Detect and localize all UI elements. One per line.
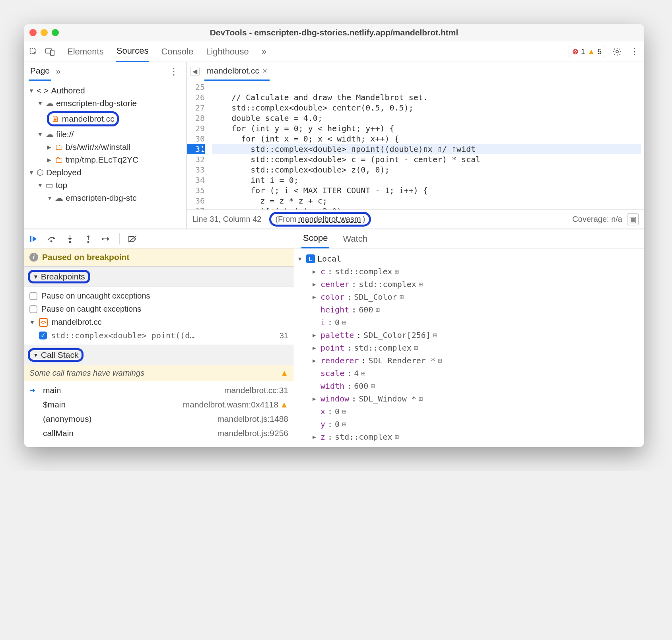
tab-scope[interactable]: Scope [301, 229, 329, 248]
panel-tabs: Elements Sources Console Lighthouse » [66, 41, 267, 62]
code-editor[interactable]: 25262728293031323334353637 // Calculate … [187, 81, 644, 209]
inspect-icon[interactable] [28, 46, 39, 57]
pause-caught-toggle[interactable]: Pause on caught exceptions [24, 303, 294, 316]
callstack-header[interactable]: ▼Call Stack [24, 345, 294, 365]
cloud-icon: ☁ [45, 130, 54, 139]
scope-watch-tabs: Scope Watch [294, 229, 644, 248]
scope-variable[interactable]: ▶point: std::complex⊞ [297, 341, 641, 354]
tree-origin-1[interactable]: ▼☁emscripten-dbg-storie [26, 97, 184, 110]
svg-rect-2 [50, 50, 54, 55]
scope-variable[interactable]: ▶palette: SDL_Color[256]⊞ [297, 329, 641, 341]
callstack-body: ➔mainmandelbrot.cc:31$mainmandelbrot.was… [24, 381, 294, 443]
warning-icon: ▲ [588, 47, 595, 56]
scope-variable[interactable]: ▶color: SDL_Color⊞ [297, 291, 641, 303]
pause-uncaught-toggle[interactable]: Pause on uncaught exceptions [24, 289, 294, 303]
tab-watch[interactable]: Watch [341, 230, 369, 248]
call-frame[interactable]: callMainmandelbrot.js:9256 [24, 426, 294, 440]
tree-file-mandelbrot-cc[interactable]: 🗎 mandelbrot.cc [26, 110, 184, 128]
tab-sources[interactable]: Sources [116, 41, 150, 62]
show-console-icon[interactable]: ▣ [627, 213, 639, 225]
frame-icon: ▭ [45, 180, 53, 190]
scope-variable[interactable]: ▶window: SDL_Window *⊞ [297, 392, 641, 405]
svg-point-6 [69, 241, 71, 243]
navigator-menu-icon[interactable]: ⋮ [166, 66, 182, 77]
call-frame[interactable]: $mainmandelbrot.wasm:0x4118▲ [24, 398, 294, 412]
scope-variable[interactable]: width: 600⊞ [297, 380, 641, 392]
breakpoints-body: Pause on uncaught exceptions Pause on ca… [24, 287, 294, 345]
scope-body: ▼L Local ▶c: std::complex⊞▶center: std::… [294, 248, 644, 447]
tree-origin-2[interactable]: ▼☁emscripten-dbg-stc [26, 192, 184, 204]
scope-variable[interactable]: scale: 4⊞ [297, 367, 641, 380]
error-warning-badge[interactable]: ⊗1 ▲5 [569, 46, 605, 57]
cloud-icon: ☁ [55, 193, 63, 203]
navigator-overflow-icon[interactable]: » [56, 67, 60, 76]
code-brackets-icon: < > [37, 86, 49, 95]
tree-folder-2[interactable]: ▶🗀tmp/tmp.ELcTq2YC [26, 153, 184, 166]
svg-rect-4 [30, 236, 31, 242]
toggle-navigator-icon[interactable]: ◀ [190, 67, 200, 76]
info-icon: i [29, 253, 38, 262]
tree-folder-1[interactable]: ▶🗀b/s/w/ir/x/w/install [26, 141, 184, 153]
scope-local-group[interactable]: ▼L Local [297, 252, 641, 265]
call-frame[interactable]: (anonymous)mandelbrot.js:1488 [24, 412, 294, 426]
editor-tab[interactable]: mandelbrot.cc× [204, 62, 270, 81]
scope-variable[interactable]: ▶center: std::complex⊞ [297, 278, 641, 291]
navigator-tab-page[interactable]: Page [29, 62, 51, 81]
window-title: DevTools - emscripten-dbg-stories.netlif… [24, 28, 644, 37]
scope-variable[interactable]: height: 600⊞ [297, 303, 641, 316]
source-file-icon: <> [39, 318, 48, 327]
package-icon: ⬡ [37, 168, 44, 177]
line-gutter[interactable]: 25262728293031323334353637 [187, 81, 209, 209]
deactivate-breakpoints-icon[interactable] [127, 233, 138, 244]
tab-elements[interactable]: Elements [66, 41, 105, 62]
tree-top-frame[interactable]: ▼▭top [26, 179, 184, 192]
step-into-icon[interactable] [64, 233, 76, 244]
tabs-overflow-icon[interactable]: » [261, 41, 267, 62]
source-mapped-from[interactable]: (From mandelbrot.wasm ) [269, 212, 371, 227]
folder-icon: 🗀 [55, 142, 63, 152]
kebab-menu-icon[interactable]: ⋮ [629, 46, 640, 57]
close-tab-icon[interactable]: × [262, 66, 267, 76]
devtools-window: DevTools - emscripten-dbg-stories.netlif… [24, 24, 644, 447]
code-area[interactable]: // Calculate and draw the Mandelbrot set… [209, 81, 644, 209]
step-out-icon[interactable] [83, 233, 94, 244]
breakpoint-checkbox[interactable] [39, 332, 47, 339]
execution-paused-banner: i Paused on breakpoint [24, 248, 294, 266]
tab-console[interactable]: Console [160, 41, 194, 62]
navigator-header: Page » ⋮ [24, 62, 186, 81]
settings-icon[interactable] [612, 46, 623, 57]
tree-deployed[interactable]: ▼⬡Deployed [26, 166, 184, 179]
source-map-link[interactable]: mandelbrot.wasm [298, 215, 361, 224]
svg-point-8 [102, 238, 104, 240]
tab-lighthouse[interactable]: Lighthouse [205, 41, 250, 62]
coverage-label: Coverage: n/a [572, 215, 622, 224]
scope-variable[interactable]: ▶renderer: SDL_Renderer *⊞ [297, 354, 641, 367]
scope-variable[interactable]: y: 0⊞ [297, 418, 641, 431]
scope-variable[interactable]: x: 0⊞ [297, 405, 641, 418]
editor-status-bar: Line 31, Column 42 (From mandelbrot.wasm… [187, 209, 644, 229]
breakpoint-file-group[interactable]: ▼<>mandelbrot.cc [24, 316, 294, 329]
file-tree: ▼< >Authored ▼☁emscripten-dbg-storie 🗎 m… [24, 81, 186, 208]
svg-point-5 [50, 240, 52, 242]
local-scope-icon: L [306, 254, 315, 263]
step-over-icon[interactable] [46, 233, 57, 244]
callstack-warning-banner: Some call frames have warnings▲ [24, 365, 294, 381]
call-frame[interactable]: ➔mainmandelbrot.cc:31 [24, 383, 294, 398]
resume-icon[interactable] [28, 233, 39, 244]
scope-variable[interactable]: i: 0⊞ [297, 316, 641, 329]
cloud-icon: ☁ [45, 99, 54, 108]
editor-panel: ◀ mandelbrot.cc× 25262728293031323334353… [187, 62, 644, 229]
scope-watch-panel: Scope Watch ▼L Local ▶c: std::complex⊞▶c… [294, 229, 644, 447]
scope-variable[interactable]: ▶c: std::complex⊞ [297, 265, 641, 278]
scope-variable[interactable]: ▶z: std::complex⊞ [297, 431, 641, 443]
step-icon[interactable] [101, 233, 112, 244]
device-toggle-icon[interactable] [45, 46, 56, 57]
tree-authored[interactable]: ▼< >Authored [26, 84, 184, 97]
editor-tab-bar: ◀ mandelbrot.cc× [187, 62, 644, 81]
breakpoint-entry[interactable]: std::complex<double> point((d… 31 [24, 329, 294, 342]
breakpoints-header[interactable]: ▼Breakpoints [24, 266, 294, 287]
navigator-panel: Page » ⋮ ▼< >Authored ▼☁emscripten-dbg-s… [24, 62, 187, 229]
debugger-toolbar [24, 229, 294, 248]
svg-point-3 [616, 50, 618, 53]
tree-file-scheme[interactable]: ▼☁file:// [26, 128, 184, 141]
